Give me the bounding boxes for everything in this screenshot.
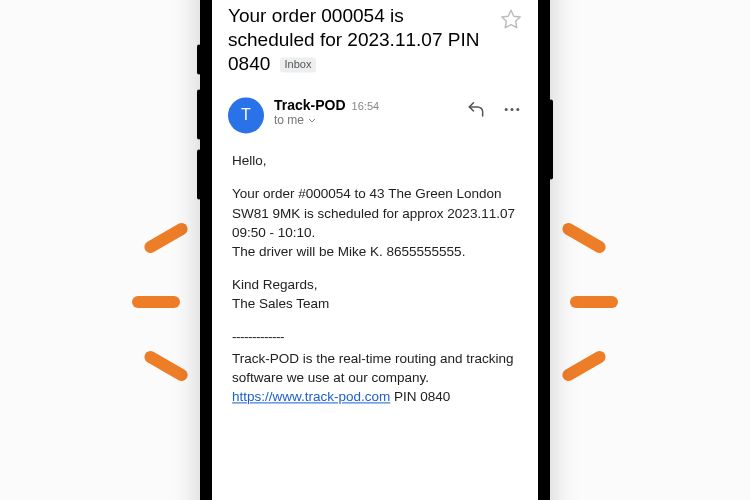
body-greeting: Hello, [232,152,518,171]
sender-avatar[interactable]: T [228,98,264,134]
recipient-dropdown[interactable]: to me [274,114,456,128]
reply-button[interactable] [466,100,486,124]
volume-down-button [197,149,201,199]
mute-switch [197,44,201,74]
decor-streak [132,296,180,308]
email-body: Hello, Your order #000054 to 43 The Gree… [212,138,538,421]
body-main: Your order #000054 to 43 The Green Londo… [232,185,518,262]
body-footer: Track-POD is the real-time routing and t… [232,349,518,406]
screen: 16:56 4G [212,0,538,500]
body-signoff: Kind Regards, The Sales Team [232,275,518,313]
phone-frame: 16:56 4G [200,0,550,500]
sent-time: 16:54 [352,101,380,113]
star-button[interactable] [500,4,522,34]
email-subject: Your order 000054 is scheduled for 2023.… [228,4,492,75]
decor-streak [570,296,618,308]
volume-up-button [197,89,201,139]
decor-streak [142,349,190,383]
decor-streak [560,221,608,255]
decor-streak [560,349,608,383]
svg-point-16 [511,108,514,111]
power-button [549,99,553,179]
sender-name[interactable]: Track-POD [274,98,346,114]
svg-point-15 [505,108,508,111]
folder-badge[interactable]: Inbox [280,57,317,73]
subject-text: Your order 000054 is scheduled for 2023.… [228,5,479,74]
recipient-label: to me [274,114,304,128]
svg-point-17 [516,108,519,111]
footer-link[interactable]: https://www.track-pod.com [232,389,390,404]
svg-marker-14 [502,10,520,27]
chevron-down-icon [306,115,318,127]
message-more-button[interactable] [502,100,522,124]
body-divider: ------------- [232,328,518,347]
decor-streak [142,221,190,255]
avatar-initial: T [241,107,251,125]
